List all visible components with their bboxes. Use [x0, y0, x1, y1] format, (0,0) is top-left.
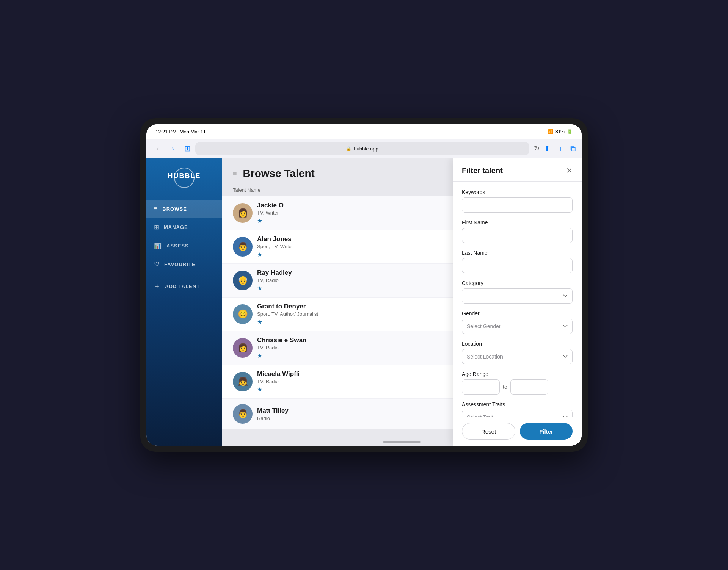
age-range-label: Age Range — [462, 371, 573, 377]
filter-header: Filter talent ✕ — [453, 158, 582, 182]
forward-button[interactable]: › — [168, 143, 178, 154]
lock-icon: 🔒 — [346, 146, 351, 151]
logo-text: HUBBLE — [168, 172, 201, 180]
filter-panel-title: Filter talent — [462, 166, 503, 175]
filter-field-age-range: Age Range to — [462, 371, 573, 395]
browser-actions: ⬆ ＋ ⧉ — [544, 144, 576, 154]
sidebar: HUBBLE • • • ≡ BROWSE ⊞ MANAGE — [146, 158, 222, 446]
filter-field-keywords: Keywords — [462, 189, 573, 213]
firstname-label: First Name — [462, 219, 573, 225]
share-button[interactable]: ⬆ — [544, 144, 551, 153]
new-tab-button[interactable]: ＋ — [557, 144, 564, 154]
logo-sub: • • • — [181, 180, 188, 183]
favourite-label: FAVOURITE — [164, 262, 195, 267]
age-separator: to — [503, 384, 507, 390]
location-select[interactable]: Select Location Sydney Melbourne — [462, 349, 573, 364]
address-bar[interactable]: 🔒 hubble.app — [195, 142, 529, 155]
filter-field-category: Category — [462, 280, 573, 304]
sidebar-item-browse[interactable]: ≡ BROWSE — [146, 200, 222, 218]
hamburger-menu[interactable]: ≡ — [233, 170, 237, 178]
device-screen: 12:21 PM Mon Mar 11 📶 81% 🔋 ‹ › ⊞ 🔒 hubb… — [146, 124, 582, 446]
keywords-label: Keywords — [462, 189, 573, 195]
browser-chrome: ‹ › ⊞ 🔒 hubble.app ↻ ⬆ ＋ ⧉ — [146, 139, 582, 158]
filter-panel: Filter talent ✕ Keywords First Name — [453, 158, 582, 446]
battery-display: 81% — [555, 129, 565, 134]
bookmark-button[interactable]: ⊞ — [184, 144, 191, 153]
filter-close-button[interactable]: ✕ — [566, 166, 573, 175]
lastname-input[interactable] — [462, 258, 573, 273]
app-container: HUBBLE • • • ≡ BROWSE ⊞ MANAGE — [146, 158, 582, 446]
reset-button[interactable]: Reset — [462, 423, 515, 440]
sidebar-item-add-talent[interactable]: ＋ ADD TALENT — [146, 277, 222, 296]
page-title: Browse Talent — [243, 168, 315, 180]
avatar: 👨 — [233, 237, 253, 257]
avatar: 😊 — [233, 304, 253, 324]
time-display: 12:21 PM — [155, 129, 177, 135]
filter-button[interactable]: Filter — [520, 423, 573, 440]
reload-button[interactable]: ↻ — [534, 144, 540, 153]
filter-field-lastname: Last Name — [462, 250, 573, 273]
traits-select[interactable]: Select Trait — [462, 410, 573, 417]
age-to-input[interactable] — [510, 379, 548, 395]
back-button[interactable]: ‹ — [152, 143, 163, 154]
keywords-input[interactable] — [462, 197, 573, 213]
avatar: 👧 — [233, 372, 253, 391]
gender-label: Gender — [462, 310, 573, 316]
filter-field-firstname: First Name — [462, 219, 573, 243]
logo-circle: HUBBLE • • • — [174, 168, 195, 188]
device-frame: 12:21 PM Mon Mar 11 📶 81% 🔋 ‹ › ⊞ 🔒 hubb… — [140, 118, 588, 452]
sidebar-item-favourite[interactable]: ♡ FAVOURITE — [146, 255, 222, 273]
sidebar-logo: HUBBLE • • • — [146, 168, 222, 200]
status-right: 📶 81% 🔋 — [548, 129, 573, 134]
filter-field-gender: Gender Select Gender Male Female — [462, 310, 573, 334]
status-left: 12:21 PM Mon Mar 11 — [155, 129, 206, 135]
battery-icon: 🔋 — [567, 129, 573, 134]
avatar: 👩 — [233, 203, 253, 223]
category-select[interactable] — [462, 288, 573, 304]
filter-footer: Reset Filter — [453, 417, 582, 446]
filter-field-traits: Assessment Traits Select Trait — [462, 401, 573, 417]
lastname-label: Last Name — [462, 250, 573, 256]
avatar: 👨 — [233, 404, 253, 424]
manage-icon: ⊞ — [154, 224, 159, 231]
col-header-name: Talent Name — [233, 187, 488, 193]
wifi-icon: 📶 — [548, 129, 553, 134]
location-label: Location — [462, 341, 573, 347]
url-text: hubble.app — [354, 146, 378, 152]
filter-body: Keywords First Name Last Name Ca — [453, 182, 582, 417]
browse-label: BROWSE — [162, 206, 187, 212]
traits-label: Assessment Traits — [462, 401, 573, 407]
favourite-icon: ♡ — [154, 261, 160, 268]
avatar: 👩 — [233, 338, 253, 358]
status-bar: 12:21 PM Mon Mar 11 📶 81% 🔋 — [146, 124, 582, 139]
scroll-indicator — [383, 441, 421, 443]
firstname-input[interactable] — [462, 228, 573, 243]
add-talent-label: ADD TALENT — [165, 283, 200, 289]
age-range-row: to — [462, 379, 573, 395]
tabs-button[interactable]: ⧉ — [570, 144, 576, 153]
assess-label: ASSESS — [166, 243, 189, 249]
category-label: Category — [462, 280, 573, 286]
age-from-input[interactable] — [462, 379, 500, 395]
avatar: 👴 — [233, 271, 253, 290]
date-display: Mon Mar 11 — [180, 129, 206, 135]
sidebar-nav: ≡ BROWSE ⊞ MANAGE 📊 ASSESS ♡ FAVOURITE — [146, 200, 222, 296]
assess-icon: 📊 — [154, 242, 162, 249]
sidebar-item-manage[interactable]: ⊞ MANAGE — [146, 218, 222, 236]
add-talent-icon: ＋ — [154, 282, 160, 290]
manage-label: MANAGE — [164, 224, 188, 230]
main-content: ≡ Browse Talent Talent Name Classificati… — [222, 158, 582, 446]
browse-icon: ≡ — [154, 205, 158, 212]
gender-select[interactable]: Select Gender Male Female — [462, 319, 573, 334]
filter-field-location: Location Select Location Sydney Melbourn… — [462, 341, 573, 364]
sidebar-item-assess[interactable]: 📊 ASSESS — [146, 237, 222, 255]
